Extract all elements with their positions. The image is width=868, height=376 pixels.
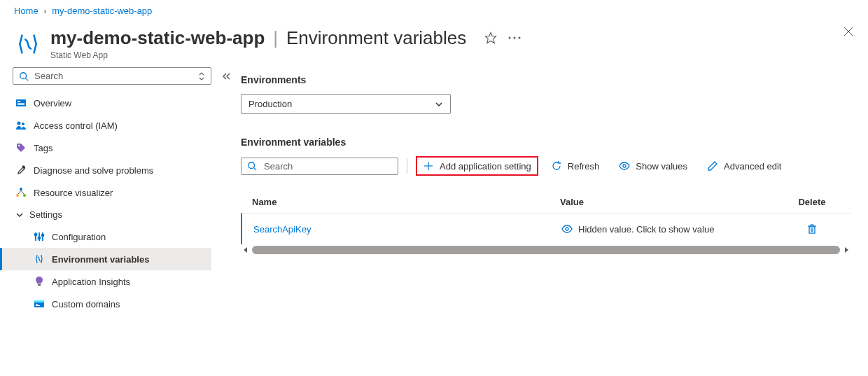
svg-line-20 (21, 190, 24, 194)
table-header: Name Value Delete (241, 191, 851, 213)
svg-point-1 (509, 37, 511, 39)
sidebar-item-label: Application Insights (52, 277, 130, 287)
breadcrumb-separator: › (43, 6, 46, 16)
sidebar-item-label: Access control (IAM) (34, 120, 118, 131)
scrollbar-track[interactable] (252, 246, 840, 254)
svg-line-7 (26, 78, 29, 81)
refresh-icon (551, 160, 562, 172)
sidebar-item-label: Configuration (52, 232, 106, 242)
svg-point-26 (42, 235, 44, 237)
advanced-edit-button[interactable]: Advanced edit (700, 157, 788, 175)
environment-select[interactable]: Production (241, 94, 451, 114)
sidebar-item-application-insights[interactable]: Application Insights (13, 270, 211, 293)
sort-icon[interactable] (198, 71, 205, 81)
breadcrumb-home[interactable]: Home (14, 6, 38, 16)
column-header-value[interactable]: Value (560, 197, 784, 207)
svg-point-3 (519, 37, 521, 39)
svg-point-13 (22, 123, 24, 125)
env-vars-label: Environment variables (241, 137, 851, 148)
button-label: Add application setting (440, 161, 531, 172)
svg-point-24 (35, 234, 37, 236)
sidebar-group-settings[interactable]: Settings (13, 204, 211, 225)
main-content: Environments Production Environment vari… (224, 67, 868, 376)
svg-point-32 (248, 162, 255, 169)
svg-point-18 (23, 194, 26, 197)
search-icon (19, 71, 29, 81)
svg-rect-29 (34, 300, 44, 302)
svg-point-37 (566, 228, 568, 230)
more-menu-icon[interactable] (508, 36, 521, 39)
column-header-delete[interactable]: Delete (784, 197, 840, 207)
svg-point-25 (38, 237, 41, 239)
sidebar-item-label: Overview (34, 98, 71, 109)
sidebar-item-label: Environment variables (52, 254, 149, 265)
svg-rect-31 (36, 305, 40, 306)
sidebar: Overview Access control (IAM) Tags Diagn… (0, 67, 224, 376)
show-values-button[interactable]: Show values (612, 157, 694, 175)
breadcrumb-resource[interactable]: my-demo-static-web-app (52, 6, 152, 16)
braces-icon (34, 253, 45, 265)
tag-icon (15, 142, 27, 153)
sidebar-item-access-control[interactable]: Access control (IAM) (13, 114, 211, 137)
sidebar-search-input[interactable] (34, 71, 198, 81)
svg-marker-46 (845, 247, 848, 253)
button-label: Refresh (568, 161, 600, 172)
svg-point-36 (623, 165, 626, 167)
domain-icon (34, 298, 45, 309)
setting-value[interactable]: Hidden value. Click to show value (561, 223, 784, 235)
sidebar-item-label: Diagnose and solve problems (34, 165, 153, 176)
sliders-icon (34, 231, 45, 242)
svg-marker-0 (486, 33, 496, 43)
scroll-right-icon[interactable] (843, 246, 850, 253)
toolbar-search[interactable] (241, 158, 398, 175)
setting-name[interactable]: SearchApiKey (253, 224, 561, 235)
svg-point-6 (20, 72, 27, 78)
add-application-setting-button[interactable]: Add application setting (416, 156, 538, 176)
page-header: my-demo-static-web-app | Environment var… (0, 22, 868, 67)
table-row[interactable]: SearchApiKey Hidden value. Click to show… (241, 213, 851, 244)
delete-icon[interactable] (806, 223, 818, 235)
svg-point-16 (20, 188, 22, 190)
horizontal-scrollbar[interactable] (241, 246, 851, 254)
sidebar-item-environment-variables[interactable]: Environment variables (0, 248, 211, 270)
sidebar-item-overview[interactable]: Overview (13, 92, 211, 114)
eye-icon (561, 223, 573, 235)
svg-point-12 (18, 122, 21, 125)
column-header-name[interactable]: Name (252, 197, 560, 207)
search-icon (247, 161, 257, 171)
sidebar-item-custom-domains[interactable]: Custom domains (13, 293, 211, 315)
toolbar-search-input[interactable] (264, 161, 392, 172)
sidebar-item-configuration[interactable]: Configuration (13, 225, 211, 248)
lightbulb-icon (34, 276, 45, 287)
svg-marker-45 (244, 247, 247, 253)
sidebar-search[interactable] (13, 67, 211, 85)
chevron-down-icon (435, 100, 443, 109)
scroll-left-icon[interactable] (242, 246, 249, 253)
sidebar-item-diagnose[interactable]: Diagnose and solve problems (13, 159, 211, 181)
svg-point-17 (16, 194, 19, 197)
sidebar-item-label: Custom domains (52, 299, 120, 309)
breadcrumb: Home › my-demo-static-web-app (0, 0, 868, 22)
svg-rect-11 (18, 104, 24, 105)
svg-rect-9 (18, 101, 20, 102)
toolbar-divider (407, 158, 407, 174)
refresh-button[interactable]: Refresh (544, 157, 607, 175)
favorite-star-icon[interactable] (484, 32, 497, 44)
toolbar: Add application setting Refresh Show val… (241, 156, 851, 176)
svg-point-2 (514, 37, 516, 39)
page-title: my-demo-static-web-app (50, 27, 265, 49)
button-label: Advanced edit (724, 161, 781, 172)
sidebar-item-label: Resource visualizer (34, 188, 113, 198)
close-blade-icon[interactable] (843, 26, 854, 37)
sidebar-item-tags[interactable]: Tags (13, 137, 211, 159)
sidebar-group-label: Settings (29, 209, 62, 220)
svg-rect-27 (38, 284, 41, 286)
pencil-icon (707, 160, 718, 172)
page-section-title: Environment variables (286, 27, 466, 49)
svg-rect-38 (809, 227, 815, 233)
svg-point-14 (18, 145, 20, 146)
sidebar-item-resource-visualizer[interactable]: Resource visualizer (13, 181, 211, 204)
environment-selected-value: Production (248, 99, 292, 109)
svg-line-19 (18, 190, 21, 194)
overview-icon (15, 97, 27, 109)
